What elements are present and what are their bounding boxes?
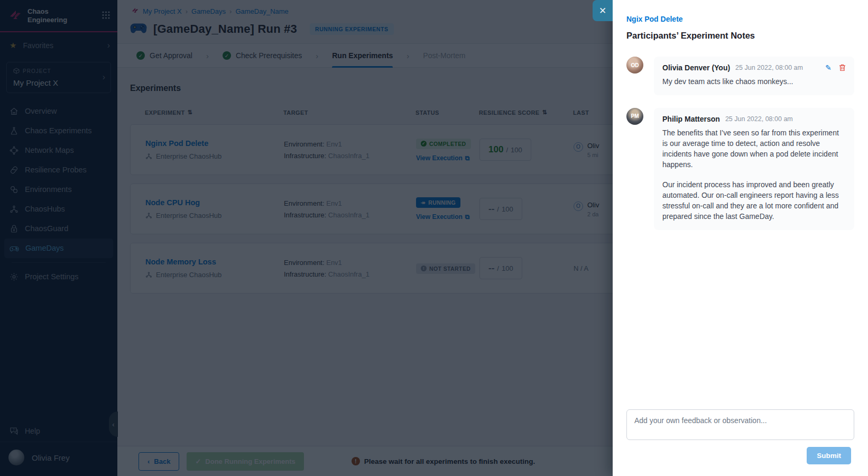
close-drawer-button[interactable]: ✕: [593, 0, 613, 21]
note-card: Philip Matterson 25 Jun 2022, 08:00 am T…: [654, 108, 854, 230]
spacer: [626, 230, 854, 409]
notes-list: OD Olivia Denver (You) 25 Jun 2022, 08:0…: [626, 57, 854, 230]
note-item: PM Philip Matterson 25 Jun 2022, 08:00 a…: [626, 108, 854, 230]
note-author: Philip Matterson: [662, 115, 720, 123]
note-date: 25 Jun 2022, 08:00 am: [735, 64, 803, 71]
delete-note-icon[interactable]: [839, 64, 846, 71]
modal-scrim[interactable]: [0, 0, 613, 476]
note-item: OD Olivia Denver (You) 25 Jun 2022, 08:0…: [626, 57, 854, 95]
note-author: Olivia Denver (You): [662, 63, 730, 72]
feedback-textarea[interactable]: [626, 409, 854, 440]
avatar: OD: [626, 57, 643, 74]
note-text: The benefits that I’ve seen so far from …: [662, 128, 846, 222]
submit-row: Submit: [626, 447, 854, 464]
note-text: My dev team acts like chaos monkeys...: [662, 77, 846, 87]
edit-note-icon[interactable]: ✎: [825, 63, 832, 72]
drawer-experiment-link[interactable]: Ngix Pod Delete: [626, 15, 854, 23]
note-card: Olivia Denver (You) 25 Jun 2022, 08:00 a…: [654, 57, 854, 95]
submit-button[interactable]: Submit: [807, 447, 851, 464]
app-window: Chaos Engineering ★ Favorites › PROJECT …: [0, 0, 868, 476]
drawer-title: Participants’ Experiment Notes: [626, 31, 854, 41]
avatar: PM: [626, 108, 643, 125]
note-date: 25 Jun 2022, 08:00 am: [725, 115, 793, 123]
close-icon: ✕: [599, 5, 606, 16]
notes-drawer: ✕ Ngix Pod Delete Participants’ Experime…: [613, 0, 868, 476]
